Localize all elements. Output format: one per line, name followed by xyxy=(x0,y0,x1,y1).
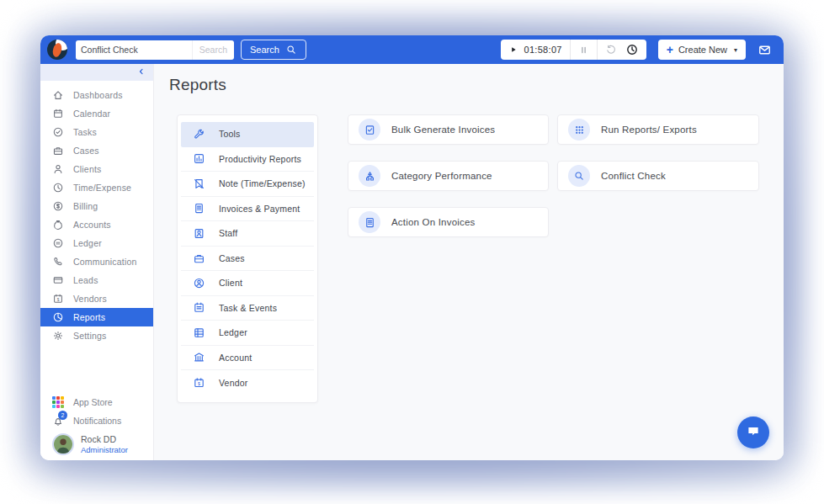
search-button[interactable]: Search xyxy=(241,40,306,60)
clock-icon xyxy=(52,182,64,194)
dots-grid-icon xyxy=(568,119,590,141)
report-nav-item-tools[interactable]: Tools xyxy=(181,122,314,147)
sidebar-item-billing[interactable]: Billing xyxy=(40,197,153,215)
person-circle-icon xyxy=(193,277,205,289)
clipboard-check-icon xyxy=(359,119,380,141)
report-cards: Bulk Generate InvoicesRun Reports/ Expor… xyxy=(348,114,762,237)
collapse-sidebar-icon[interactable] xyxy=(136,65,146,80)
global-search: Search xyxy=(76,40,234,60)
search-input[interactable] xyxy=(76,45,192,55)
person-icon xyxy=(52,163,64,175)
app-window: Search Search 01:58:07 + Create New ▾ xyxy=(40,35,784,460)
pie-icon xyxy=(52,311,64,323)
report-nav-item-ledger[interactable]: Ledger xyxy=(181,321,314,346)
barchart-icon xyxy=(193,152,205,165)
gear-icon xyxy=(52,330,64,342)
chat-icon xyxy=(746,423,761,442)
svg-text:$: $ xyxy=(198,381,200,386)
calendar-dollar-icon: $ xyxy=(52,293,64,305)
caret-down-icon: ▾ xyxy=(734,46,737,54)
calendar-icon xyxy=(52,108,64,119)
home-icon xyxy=(52,89,64,101)
timer-widget: 01:58:07 xyxy=(501,40,646,60)
report-nav-item-note-time-expense[interactable]: Note (Time/Expense) xyxy=(181,172,314,197)
sidebar: DashboardsCalendarTasksCasesClientsTime/… xyxy=(40,64,154,460)
sidebar-item-ledger[interactable]: Ledger xyxy=(40,234,153,252)
report-card-bulk-generate-invoices[interactable]: Bulk Generate Invoices xyxy=(348,114,549,145)
sidebar-footer: App Store 2 Notifications xyxy=(40,393,153,460)
task-icon xyxy=(52,126,64,138)
doc-icon xyxy=(359,211,380,233)
moneybag-icon xyxy=(52,219,64,231)
sidebar-item-accounts[interactable]: Accounts xyxy=(40,215,153,234)
sidebar-item-time-expense[interactable]: Time/Expense xyxy=(40,178,153,197)
report-nav-item-invoices-payment[interactable]: Invoices & Payment xyxy=(181,197,314,222)
table-icon xyxy=(193,326,205,339)
user-role: Administrator xyxy=(81,445,128,455)
sidebar-item-communication[interactable]: Communication xyxy=(40,252,153,271)
note-slash-icon xyxy=(193,178,205,190)
search-icon xyxy=(568,165,590,187)
search-input-suffix[interactable]: Search xyxy=(192,40,234,60)
report-nav-item-vendor[interactable]: $Vendor xyxy=(181,370,314,395)
avatar xyxy=(52,433,74,455)
timer-value: 01:58:07 xyxy=(524,45,562,55)
notifications-badge: 2 xyxy=(58,411,67,420)
svg-text:$: $ xyxy=(57,298,60,302)
card-icon xyxy=(52,274,64,286)
sidebar-item-dashboards[interactable]: Dashboards xyxy=(40,86,153,104)
sidebar-item-cases[interactable]: Cases xyxy=(40,141,153,160)
app-logo-icon[interactable] xyxy=(47,40,67,60)
report-nav-item-productivity-reports[interactable]: Productivity Reports xyxy=(181,147,314,172)
plus-icon: + xyxy=(667,44,673,56)
wrench-icon xyxy=(193,128,205,141)
chat-fab-button[interactable] xyxy=(737,416,769,448)
calendar-lines-icon xyxy=(193,301,205,314)
sidebar-item-tasks[interactable]: Tasks xyxy=(40,123,153,141)
sidebar-collapse-strip xyxy=(40,64,153,81)
phone-icon xyxy=(52,256,64,268)
report-nav-item-task-events[interactable]: Task & Events xyxy=(181,296,314,321)
app-store-icon xyxy=(52,396,64,408)
dollar-icon xyxy=(52,200,64,212)
timer-pause-icon[interactable] xyxy=(578,45,589,56)
main-content: Reports ToolsProductivity ReportsNote (T… xyxy=(154,64,784,460)
briefcase-icon xyxy=(193,252,205,264)
create-new-button[interactable]: + Create New ▾ xyxy=(658,40,746,60)
report-card-category-performance[interactable]: Category Performance xyxy=(348,161,549,191)
page-title: Reports xyxy=(169,76,226,94)
report-card-action-on-invoices[interactable]: Action On Invoices xyxy=(348,207,549,237)
sidebar-item-reports[interactable]: Reports xyxy=(40,308,153,326)
sidebar-items: DashboardsCalendarTasksCasesClientsTime/… xyxy=(40,81,153,345)
sidebar-item-settings[interactable]: Settings xyxy=(40,326,153,345)
staff-icon xyxy=(193,227,205,240)
search-icon xyxy=(285,44,297,56)
user-profile[interactable]: Rock DD Administrator xyxy=(52,433,153,455)
report-nav-item-account[interactable]: Account xyxy=(181,346,314,371)
coin-icon xyxy=(52,237,64,249)
report-nav-item-cases[interactable]: Cases xyxy=(181,247,314,272)
calendar-dollar-icon: $ xyxy=(193,376,205,389)
timer-play-icon[interactable] xyxy=(508,45,518,55)
sidebar-item-app-store[interactable]: App Store xyxy=(52,393,153,411)
sidebar-item-notifications[interactable]: 2 Notifications xyxy=(52,411,153,430)
bank-icon xyxy=(193,351,205,363)
report-nav-item-staff[interactable]: Staff xyxy=(181,221,314,247)
timer-clock-icon[interactable] xyxy=(625,43,639,56)
sidebar-item-leads[interactable]: Leads xyxy=(40,271,153,289)
timer-reset-icon[interactable] xyxy=(605,44,617,56)
sidebar-item-clients[interactable]: Clients xyxy=(40,160,153,178)
report-card-run-reports-exports[interactable]: Run Reports/ Exports xyxy=(557,114,759,145)
sidebar-item-calendar[interactable]: Calendar xyxy=(40,104,153,123)
sidebar-item-vendors[interactable]: $Vendors xyxy=(40,289,153,308)
mail-icon[interactable] xyxy=(758,43,772,57)
briefcase-icon xyxy=(52,145,64,157)
report-nav-item-client[interactable]: Client xyxy=(181,271,314,296)
report-card-conflict-check[interactable]: Conflict Check xyxy=(557,161,759,191)
report-nav-panel: ToolsProductivity ReportsNote (Time/Expe… xyxy=(177,114,318,403)
doc-icon xyxy=(193,202,205,215)
sitemap-icon xyxy=(359,165,380,187)
user-name: Rock DD xyxy=(81,434,128,445)
topbar: Search Search 01:58:07 + Create New ▾ xyxy=(40,35,784,64)
